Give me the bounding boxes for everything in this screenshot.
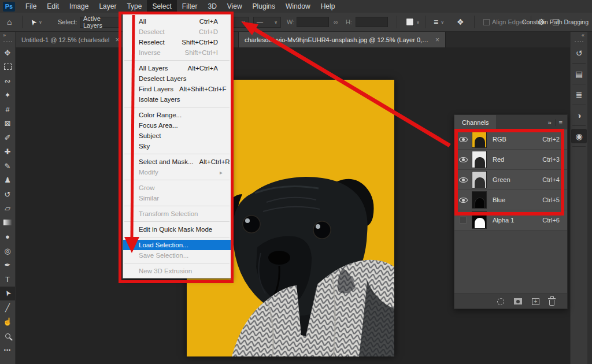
menu-bar: Ps File Edit Image Layer Type Select Fil…: [0, 0, 592, 13]
menu-item[interactable]: Save Selection...: [123, 250, 231, 261]
brush-tool[interactable]: ✎: [0, 159, 15, 173]
menu-item[interactable]: Find Layers Alt+Shift+Ctrl+F: [123, 84, 231, 94]
channel-row[interactable]: Blue Ctrl+5: [454, 190, 567, 210]
menu-item[interactable]: Deselect Layers: [123, 73, 231, 84]
eyedropper-tool[interactable]: ✐: [0, 131, 15, 145]
select-mode-dropdown[interactable]: Active Layers: [80, 13, 121, 31]
menu-item[interactable]: Color Range...: [123, 110, 231, 120]
menu-item[interactable]: Similar: [123, 193, 231, 203]
menubar-item[interactable]: Edit: [42, 0, 64, 13]
fill-adjustment-panel-icon[interactable]: ◑: [571, 108, 587, 122]
menubar-item[interactable]: Filter: [177, 0, 203, 13]
menu-item[interactable]: New 3D Extrusion: [123, 266, 231, 276]
stroke-style-dropdown[interactable]: — ∨: [253, 13, 281, 31]
menu-item[interactable]: Modify ▸: [123, 167, 231, 177]
channels-panel-icon[interactable]: ◉: [571, 129, 587, 143]
channel-row[interactable]: Green Ctrl+4: [454, 170, 567, 190]
close-icon[interactable]: ×: [435, 36, 439, 44]
current-tool-icon[interactable]: ➤ ∨: [30, 13, 42, 31]
path-alignment-icon[interactable]: ≡ ∨: [434, 13, 444, 31]
zoom-tool[interactable]: [0, 329, 15, 343]
more-tools[interactable]: •••: [0, 343, 15, 358]
mode-dropdown[interactable]: ∨: [230, 13, 249, 31]
collapse-panel-icon[interactable]: »: [0, 32, 15, 39]
submenu-arrow-icon: ▸: [218, 169, 223, 176]
menu-item[interactable]: Subject: [123, 131, 231, 141]
hand-tool[interactable]: ☝: [0, 315, 15, 329]
menubar-item[interactable]: Help: [316, 0, 341, 13]
width-input[interactable]: [297, 13, 329, 31]
menubar-item[interactable]: File: [20, 0, 42, 13]
frame-tool[interactable]: ⊠: [0, 117, 15, 131]
marquee-tool[interactable]: [0, 60, 15, 75]
visibility-toggle[interactable]: [454, 157, 472, 162]
history-panel-icon[interactable]: ↺: [571, 46, 587, 60]
collapse-panel-icon[interactable]: »: [547, 119, 551, 126]
menu-item[interactable]: Select and Mask... Alt+Ctrl+R: [123, 157, 231, 167]
menu-item[interactable]: Deselect Ctrl+D: [123, 27, 231, 37]
home-icon[interactable]: ⌂: [7, 13, 12, 31]
menubar-item[interactable]: View: [222, 0, 247, 13]
document-tab-active[interactable]: charlesdeluvio-Mv9hjnEUHR4-unsplash.jpg …: [239, 32, 446, 47]
menu-item[interactable]: Focus Area...: [123, 120, 231, 131]
pen-tool[interactable]: ✒: [0, 258, 15, 273]
visibility-toggle[interactable]: [454, 137, 472, 142]
link-dimensions-icon[interactable]: ∞: [334, 13, 338, 31]
panel-grip[interactable]: [3, 41, 12, 43]
adjustments-panel-icon[interactable]: ≣: [571, 87, 587, 102]
expand-panels-icon[interactable]: «: [571, 32, 587, 39]
line-tool[interactable]: ╱: [0, 300, 15, 315]
channel-thumbnail: [472, 191, 487, 209]
menubar-item[interactable]: Type: [121, 0, 147, 13]
dodge-tool[interactable]: ◎: [0, 244, 15, 258]
menu-item[interactable]: Reselect Shift+Ctrl+D: [123, 37, 231, 47]
panel-menu-icon[interactable]: ≡: [559, 119, 563, 126]
eraser-tool[interactable]: ▱: [0, 202, 15, 216]
channel-row[interactable]: RGB Ctrl+2: [454, 129, 567, 150]
height-input[interactable]: [356, 13, 388, 31]
delete-channel-icon[interactable]: [549, 300, 554, 306]
channel-row[interactable]: Alpha 1 Ctrl+6: [454, 210, 567, 231]
menu-item[interactable]: Grow: [123, 183, 231, 193]
menu-item[interactable]: Load Selection...: [123, 240, 231, 250]
menubar-item[interactable]: Image: [64, 0, 94, 13]
load-channel-as-selection-icon[interactable]: [497, 298, 504, 305]
menu-item[interactable]: All Layers Alt+Ctrl+A: [123, 63, 231, 73]
gradient-tool[interactable]: [0, 216, 15, 230]
menu-item[interactable]: All Ctrl+A: [123, 16, 231, 27]
path-arrangement-icon[interactable]: ❖: [457, 13, 464, 31]
menubar-item[interactable]: 3D: [202, 0, 221, 13]
move-tool[interactable]: ✥: [0, 46, 15, 60]
menubar-item[interactable]: Select: [147, 0, 176, 13]
shape-fill-swatch[interactable]: ∨: [406, 13, 420, 31]
close-icon[interactable]: ×: [115, 36, 119, 44]
menu-item[interactable]: Sky: [123, 141, 231, 151]
history-brush-tool[interactable]: ↺: [0, 187, 15, 202]
menu-item[interactable]: Transform Selection: [123, 209, 231, 219]
menubar-item[interactable]: Window: [280, 0, 316, 13]
menu-item[interactable]: Isolate Layers: [123, 94, 231, 105]
menubar-item[interactable]: Layer: [94, 0, 121, 13]
visibility-toggle[interactable]: [454, 217, 472, 224]
healing-brush-tool[interactable]: ✚: [0, 145, 15, 159]
path-selection-tool[interactable]: ➤: [0, 287, 15, 301]
menubar-item[interactable]: Plugins: [247, 0, 280, 13]
panel-grip[interactable]: [575, 41, 583, 43]
channel-shortcut: Ctrl+6: [542, 217, 560, 224]
lasso-tool[interactable]: ∾: [0, 74, 15, 88]
crop-tool[interactable]: #: [0, 102, 15, 117]
clone-stamp-tool[interactable]: ♟: [0, 173, 15, 188]
save-selection-as-channel-icon[interactable]: [514, 298, 522, 304]
align-edges-checkbox[interactable]: Align Edges: [483, 13, 526, 31]
quick-selection-tool[interactable]: ✦: [0, 88, 15, 103]
new-channel-icon[interactable]: [532, 298, 539, 305]
blur-tool[interactable]: ●: [0, 230, 15, 244]
visibility-toggle[interactable]: [454, 177, 472, 183]
menu-item[interactable]: Inverse Shift+Ctrl+I: [123, 47, 231, 58]
tab-channels[interactable]: Channels: [454, 115, 496, 129]
type-tool[interactable]: T: [0, 272, 15, 287]
libraries-panel-icon[interactable]: ▤: [571, 66, 587, 81]
visibility-toggle[interactable]: [454, 198, 472, 203]
menu-item[interactable]: Edit in Quick Mask Mode: [123, 224, 231, 235]
channel-row[interactable]: Red Ctrl+3: [454, 150, 567, 170]
